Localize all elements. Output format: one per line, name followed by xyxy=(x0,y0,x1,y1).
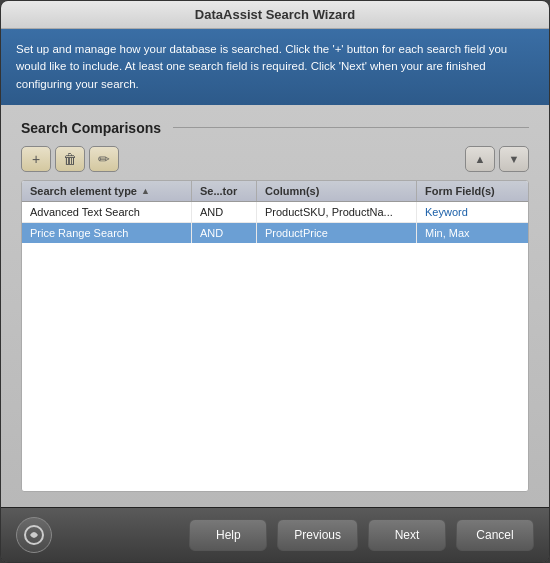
sort-icon: ▲ xyxy=(141,186,150,196)
cancel-button[interactable]: Cancel xyxy=(456,519,534,551)
table-row[interactable]: Price Range Search AND ProductPrice Min,… xyxy=(22,223,528,243)
cell-selector-0: AND xyxy=(192,202,257,222)
col-header-search-element: Search element type ▲ xyxy=(22,181,192,201)
cell-type-0: Advanced Text Search xyxy=(22,202,192,222)
pencil-icon: ✏ xyxy=(98,151,110,167)
trash-icon: 🗑 xyxy=(63,151,77,167)
add-icon: + xyxy=(32,151,40,167)
table-header: Search element type ▲ Se...tor Column(s)… xyxy=(22,181,528,202)
delete-button[interactable]: 🗑 xyxy=(55,146,85,172)
cell-columns-1: ProductPrice xyxy=(257,223,417,243)
logo-button[interactable] xyxy=(16,517,52,553)
title-bar: DataAssist Search Wizard xyxy=(1,1,549,29)
move-up-button[interactable]: ▲ xyxy=(465,146,495,172)
previous-button[interactable]: Previous xyxy=(277,519,358,551)
toolbar: + 🗑 ✏ ▲ ▼ xyxy=(21,146,529,172)
info-text: Set up and manage how your database is s… xyxy=(16,43,507,90)
section-title: Search Comparisons xyxy=(21,120,161,136)
main-window: DataAssist Search Wizard Set up and mana… xyxy=(0,0,550,563)
col-header-columns: Column(s) xyxy=(257,181,417,201)
help-button[interactable]: Help xyxy=(189,519,267,551)
main-content: Search Comparisons + 🗑 ✏ ▲ xyxy=(1,105,549,507)
table-body: Advanced Text Search AND ProductSKU, Pro… xyxy=(22,202,528,243)
section-header: Search Comparisons xyxy=(21,120,529,136)
up-arrow-icon: ▲ xyxy=(475,153,486,165)
cell-selector-1: AND xyxy=(192,223,257,243)
cell-form-fields-1: Min, Max xyxy=(417,223,528,243)
cell-columns-0: ProductSKU, ProductNa... xyxy=(257,202,417,222)
section-divider xyxy=(173,127,529,128)
edit-button[interactable]: ✏ xyxy=(89,146,119,172)
move-down-button[interactable]: ▼ xyxy=(499,146,529,172)
cell-form-fields-0: Keyword xyxy=(417,202,528,222)
col-header-selector: Se...tor xyxy=(192,181,257,201)
cell-type-1: Price Range Search xyxy=(22,223,192,243)
col-header-form-fields: Form Field(s) xyxy=(417,181,529,201)
toolbar-right: ▲ ▼ xyxy=(465,146,529,172)
add-button[interactable]: + xyxy=(21,146,51,172)
table-row[interactable]: Advanced Text Search AND ProductSKU, Pro… xyxy=(22,202,528,223)
window-title: DataAssist Search Wizard xyxy=(195,7,355,22)
logo-icon xyxy=(23,524,45,546)
down-arrow-icon: ▼ xyxy=(509,153,520,165)
next-button[interactable]: Next xyxy=(368,519,446,551)
info-banner: Set up and manage how your database is s… xyxy=(1,29,549,105)
comparisons-table: Search element type ▲ Se...tor Column(s)… xyxy=(21,180,529,492)
toolbar-left: + 🗑 ✏ xyxy=(21,146,119,172)
bottom-toolbar: Help Previous Next Cancel xyxy=(1,507,549,562)
